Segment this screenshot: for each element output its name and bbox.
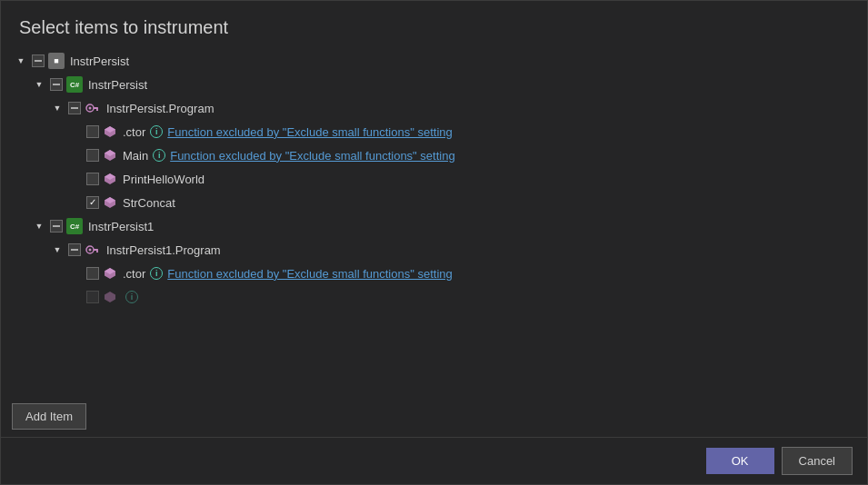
tree-row: StrConcat — [10, 191, 867, 214]
checkbox-instrpersist-class[interactable] — [50, 78, 63, 91]
svg-point-13 — [89, 249, 92, 252]
tree-row: .ctor i Function excluded by "Exclude sm… — [10, 262, 867, 285]
select-items-dialog: Select items to instrument ■ InstrPersis… — [0, 0, 868, 485]
exclude-link[interactable]: Function excluded by "Exclude small func… — [167, 267, 452, 281]
svg-rect-2 — [94, 107, 98, 109]
method-icon — [103, 266, 117, 281]
class-cs-icon: C# — [66, 218, 83, 234]
tree-node-label: .ctor — [123, 267, 145, 281]
tree-node-label: Main — [123, 149, 148, 163]
collapse-arrow[interactable] — [50, 242, 65, 257]
method-icon — [103, 290, 117, 304]
svg-rect-14 — [94, 249, 98, 251]
tree-row: i — [10, 285, 867, 309]
tree-node-label: InstrPersist — [70, 54, 129, 68]
tree-node-label: InstrPersist.Program — [106, 102, 214, 115]
info-icon: i — [150, 125, 163, 138]
tree-node-label: InstrPersist1 — [88, 220, 154, 233]
namespace-icon — [85, 100, 101, 116]
method-icon — [103, 172, 117, 186]
tree-row: C# InstrPersist — [10, 73, 867, 96]
svg-point-1 — [89, 107, 92, 110]
assembly-icon: ■ — [48, 53, 65, 69]
checkbox-partial[interactable] — [86, 291, 99, 303]
dialog-title: Select items to instrument — [1, 1, 867, 49]
checkbox-main[interactable] — [86, 149, 99, 162]
method-icon — [103, 195, 117, 210]
info-icon: i — [150, 267, 163, 280]
method-icon — [103, 124, 117, 139]
tree-row: Main i Function excluded by "Exclude sma… — [10, 144, 867, 167]
checkbox-printhelloworld[interactable] — [86, 173, 99, 185]
method-icon — [103, 148, 117, 163]
checkbox-instrpersist-program[interactable] — [68, 102, 81, 114]
toolbar: Add Item — [1, 396, 867, 437]
add-item-button[interactable]: Add Item — [12, 403, 86, 430]
checkbox-instrpersist1-program[interactable] — [68, 243, 81, 256]
collapse-arrow[interactable] — [50, 101, 65, 115]
cancel-button[interactable]: Cancel — [782, 447, 853, 475]
checkbox-strconcat[interactable] — [86, 196, 99, 209]
exclude-link[interactable]: Function excluded by "Exclude small func… — [167, 125, 452, 139]
namespace-icon — [85, 242, 101, 258]
tree-node-label: InstrPersist1.Program — [106, 243, 221, 257]
checkbox-instrpersist1-class[interactable] — [50, 220, 63, 233]
info-icon: i — [153, 149, 165, 162]
tree-row: .ctor i Function excluded by "Exclude sm… — [10, 120, 867, 144]
checkbox-ctor2[interactable] — [86, 267, 99, 280]
exclude-link[interactable]: Function excluded by "Exclude small func… — [170, 149, 454, 163]
collapse-arrow[interactable] — [32, 219, 46, 233]
collapse-arrow[interactable] — [14, 54, 28, 68]
info-icon: i — [125, 291, 138, 303]
tree-node-label: PrintHelloWorld — [123, 173, 205, 186]
tree-row: InstrPersist.Program — [10, 96, 867, 120]
checkbox-ctor1[interactable] — [86, 125, 99, 138]
svg-rect-3 — [96, 109, 98, 111]
ok-button[interactable]: OK — [706, 448, 774, 474]
tree-row: PrintHelloWorld — [10, 167, 867, 191]
svg-rect-15 — [96, 251, 98, 252]
tree-container: ■ InstrPersist C# InstrPersist — [1, 49, 867, 396]
tree-scroll[interactable]: ■ InstrPersist C# InstrPersist — [10, 49, 867, 392]
tree-node-label: InstrPersist — [88, 78, 147, 92]
tree-row: ■ InstrPersist — [10, 49, 867, 73]
checkbox-instrpersist-assembly[interactable] — [32, 54, 45, 67]
svg-marker-18 — [105, 292, 115, 302]
tree-row: C# InstrPersist1 — [10, 214, 867, 238]
tree-row: InstrPersist1.Program — [10, 238, 867, 262]
class-cs-icon: C# — [66, 76, 83, 93]
dialog-footer: OK Cancel — [1, 437, 867, 484]
tree-node-label: StrConcat — [123, 196, 175, 210]
tree-node-label: .ctor — [123, 125, 145, 139]
collapse-arrow[interactable] — [32, 77, 46, 92]
